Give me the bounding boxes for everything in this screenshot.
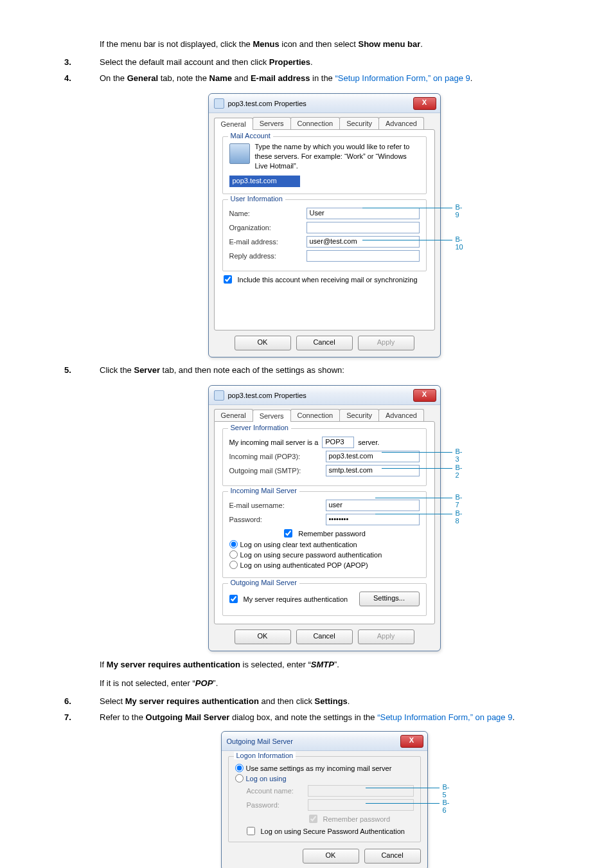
ok-button[interactable]: OK [235, 336, 291, 350]
apply-button[interactable]: Apply [358, 629, 414, 644]
tab-connection[interactable]: Connection [290, 117, 341, 129]
pop-note: If it is not selected, enter “POP”. [100, 678, 549, 690]
name-field[interactable]: User [306, 208, 420, 219]
group-outgoing-mail-server: Outgoing Mail Server My server requires … [222, 583, 427, 616]
properties-dialog-servers: pop3.test.com Properties X General Serve… [208, 385, 441, 651]
group-incoming-mail-server: Incoming Mail Server E-mail username:use… [222, 491, 427, 578]
group-user-info: User Information Name:User Organization:… [222, 199, 427, 271]
server-requires-auth-checkbox[interactable]: My server requires authentication [229, 595, 348, 603]
step-number: 4. [64, 73, 71, 83]
outgoing-mail-server-dialog: Outgoing Mail Server X Logon Information… [221, 731, 428, 868]
password-field[interactable]: •••••••• [326, 514, 420, 525]
radio-cleartext[interactable]: Log on using clear text authentication [229, 540, 420, 548]
window-icon [214, 98, 224, 109]
reply-field[interactable] [306, 250, 420, 262]
group-mail-account: Mail Account Type the name by which you … [222, 136, 427, 195]
mail-account-desc: Type the name by which you would like to… [255, 142, 420, 171]
setup-form-link[interactable]: “Setup Information Form,” on page 9 [377, 712, 512, 722]
mail-account-icon [229, 143, 250, 164]
step-6: 6. Select My server requires authenticat… [100, 696, 549, 706]
step-4: 4. On the General tab, note the Name and… [100, 73, 549, 83]
close-icon[interactable]: X [400, 735, 423, 748]
outgoing-mail-field[interactable]: smtp.test.com [326, 465, 420, 476]
step-number: 6. [64, 696, 71, 706]
callout-b6: B-6 [443, 799, 450, 814]
tab-servers[interactable]: Servers [253, 117, 291, 129]
window-icon [214, 390, 224, 401]
callout-b8: B-8 [456, 509, 463, 525]
account-name-field[interactable]: pop3.test.com [229, 176, 300, 187]
step-number: 7. [64, 712, 71, 722]
close-icon[interactable]: X [413, 97, 436, 110]
ok-button[interactable]: OK [303, 849, 359, 863]
callout-b7: B-7 [456, 493, 463, 509]
window-title: pop3.test.com Properties [228, 392, 413, 399]
tab-advanced[interactable]: Advanced [378, 117, 424, 129]
tab-general[interactable]: General [214, 409, 253, 421]
step-number: 3. [64, 57, 71, 67]
radio-same-settings[interactable]: Use same settings as my incoming mail se… [235, 764, 414, 772]
step-number: 5. [64, 365, 71, 375]
callout-b9: B-9 [456, 203, 463, 219]
remember-password-checkbox [309, 815, 317, 823]
window-title: pop3.test.com Properties [228, 100, 413, 107]
step-3: 3. Select the default mail account and t… [100, 57, 549, 67]
include-account-checkbox[interactable] [224, 275, 232, 284]
callout-b3: B-3 [456, 448, 463, 463]
settings-button[interactable]: Settings... [359, 592, 420, 606]
cancel-button[interactable]: Cancel [364, 849, 421, 863]
radio-secure-password[interactable]: Log on using secure password authenticat… [229, 550, 420, 559]
account-name-field [308, 785, 414, 797]
email-username-field[interactable]: user [326, 500, 420, 511]
spa-checkbox[interactable] [247, 827, 255, 835]
password-field [308, 799, 414, 811]
email-field[interactable]: user@test.com [306, 236, 420, 248]
tab-row: General Servers Connection Security Adva… [209, 113, 440, 129]
cancel-button[interactable]: Cancel [296, 336, 353, 350]
tab-servers[interactable]: Servers [253, 410, 291, 422]
radio-apop[interactable]: Log on using authenticated POP (APOP) [229, 561, 420, 569]
callout-b2: B-2 [456, 464, 463, 479]
server-type-display: POP3 [322, 437, 354, 448]
group-server-info: Server Information My incoming mail serv… [222, 428, 427, 486]
intro-paragraph: If the menu bar is not displayed, click … [100, 39, 549, 51]
remember-password-checkbox[interactable] [284, 529, 292, 538]
callout-b5: B-5 [443, 783, 450, 799]
tab-security[interactable]: Security [339, 117, 379, 129]
tab-connection[interactable]: Connection [290, 409, 341, 421]
tab-security[interactable]: Security [339, 409, 379, 421]
organization-field[interactable] [306, 222, 420, 233]
cancel-button[interactable]: Cancel [296, 629, 353, 644]
setup-form-link[interactable]: “Setup Information Form,” on page 9 [335, 73, 470, 83]
tab-advanced[interactable]: Advanced [378, 409, 424, 421]
group-logon-info: Logon Information Use same settings as m… [228, 756, 421, 842]
properties-dialog-general: pop3.test.com Properties X General Serve… [208, 93, 441, 358]
window-title: Outgoing Mail Server [227, 737, 400, 745]
apply-button[interactable]: Apply [358, 336, 414, 350]
step-7: 7. Refer to the Outgoing Mail Server dia… [100, 712, 549, 722]
radio-log-on-using[interactable]: Log on using [235, 774, 414, 782]
close-icon[interactable]: X [413, 389, 436, 402]
ok-button[interactable]: OK [235, 629, 291, 644]
step-5: 5. Click the Server tab, and then note e… [100, 365, 549, 375]
tab-general[interactable]: General [214, 118, 253, 130]
callout-b10: B-10 [456, 235, 463, 251]
smtp-note: If My server requires authentication is … [100, 659, 549, 671]
